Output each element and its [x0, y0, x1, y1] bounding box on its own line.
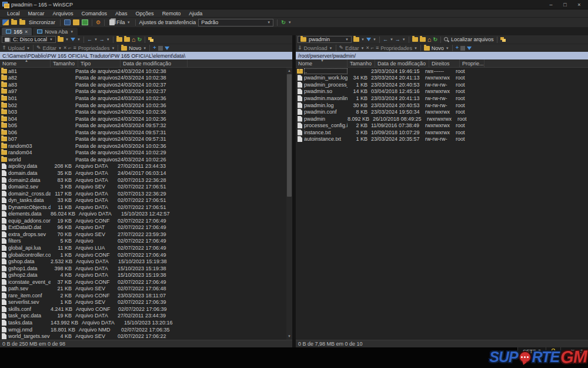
- preferences-gear-icon[interactable]: ⚙: [96, 20, 101, 25]
- home-directory-icon[interactable]: ⌂: [132, 37, 136, 43]
- menu-item[interactable]: Opções: [132, 11, 158, 16]
- file-row[interactable]: serverlist.sev 1 KB Arquivo SEV 02/07/20…: [0, 299, 292, 306]
- file-row[interactable]: processes_config.ini 2 KB 11/09/2016 07:…: [296, 122, 588, 129]
- properties-button[interactable]: Propriedades: [78, 45, 110, 51]
- file-row[interactable]: random04 Pasta de arquivos 24/03/2024 10…: [0, 150, 292, 157]
- menu-item[interactable]: Arquivos: [49, 11, 77, 16]
- file-row[interactable]: filters 5 KB Arquivo 02/07/2022 17:06:49: [0, 238, 292, 245]
- rename-icon[interactable]: ⌐: [68, 45, 71, 51]
- file-row[interactable]: world_targets.sev 4 KB Arquivo SEV 02/07…: [0, 333, 292, 340]
- open-in-explorer-icon[interactable]: [148, 37, 154, 42]
- find-files-button[interactable]: Localizar arquivos: [451, 37, 494, 42]
- file-row[interactable]: task_npc.data 19 KB Arquivo DATA 27/02/2…: [0, 313, 292, 320]
- local-path-bar[interactable]: C:\Games\PDablio\PW 165 OFICIAL Tradutor…: [0, 52, 292, 59]
- filter2-icon[interactable]: [165, 47, 169, 50]
- tab-165[interactable]: 165 ×: [2, 28, 32, 35]
- file-row[interactable]: DynamicObjects.data 11 KB Arquivo DATA 0…: [0, 204, 292, 211]
- file-row[interactable]: path.sev 21 KB Arquivo SEV 02/07/2022 17…: [0, 286, 292, 293]
- back-icon[interactable]: ←: [383, 37, 388, 42]
- file-row[interactable]: aipolicy.data 208 KB Arquivo DATA 27/02/…: [0, 163, 292, 170]
- file-row[interactable]: pwadmin_work.log 34 KB 23/03/2024 20:41:…: [296, 75, 588, 82]
- column-header-name[interactable]: Nome: [0, 59, 51, 67]
- upload-button[interactable]: Upload: [8, 45, 25, 51]
- add-icon[interactable]: +: [153, 45, 156, 51]
- file-row[interactable]: b01 Pasta de arquivos 24/03/2024 10:02:3…: [0, 95, 292, 102]
- back-icon[interactable]: ←: [87, 37, 92, 42]
- root-directory-icon[interactable]: [420, 37, 426, 42]
- file-row[interactable]: pwadmin 8.092 KB 26/10/2018 08:49:25 rwx…: [296, 115, 588, 122]
- menu-item[interactable]: Abas: [112, 11, 131, 16]
- file-row[interactable]: a83 Pasta de arquivos 24/03/2024 10:02:3…: [0, 81, 292, 88]
- file-row[interactable]: a81 Pasta de arquivos 24/03/2024 10:02:3…: [0, 68, 292, 75]
- local-drive-dropdown[interactable]: C: Disco Local ▼: [2, 36, 56, 43]
- remove-icon[interactable]: [460, 46, 465, 51]
- properties-button[interactable]: Propriedades: [380, 45, 412, 51]
- open-in-explorer-icon[interactable]: [500, 37, 506, 42]
- file-row[interactable]: gshop.data 2.532 KB Arquivo DATA 15/10/2…: [0, 258, 292, 265]
- local-vertical-scrollbar[interactable]: ▲ ▼: [286, 68, 292, 340]
- console-icon[interactable]: [64, 19, 71, 25]
- open-directory-icon[interactable]: [353, 37, 359, 42]
- file-row[interactable]: random03 Pasta de arquivos 24/03/2024 10…: [0, 142, 292, 150]
- file-row[interactable]: pwadmin.maxonline 1 KB 23/03/2024 20:41:…: [296, 95, 588, 102]
- parent-directory-icon[interactable]: [412, 37, 418, 42]
- column-header-rights[interactable]: Direitos: [429, 59, 460, 67]
- home-directory-icon[interactable]: ⌂: [427, 37, 432, 43]
- filter-icon[interactable]: [366, 38, 371, 41]
- file-row[interactable]: domain2.data 83 KB Arquivo DATA 02/07/20…: [0, 177, 292, 184]
- remote-path-bar[interactable]: /root/pwserver/pwadmin/: [296, 52, 588, 59]
- file-row[interactable]: domain.data 35 KB Arquivo DATA 24/04/201…: [0, 170, 292, 177]
- close-button[interactable]: ×: [573, 2, 586, 8]
- maximize-button[interactable]: □: [559, 2, 572, 8]
- file-row[interactable]: domain2.sev 3 KB Arquivo SEV 02/07/2022 …: [0, 183, 292, 190]
- file-row[interactable]: rare_item.conf 2 KB Arquivo CONF 23/03/2…: [0, 292, 292, 299]
- file-row[interactable]: b04 Pasta de arquivos 24/03/2024 10:02:3…: [0, 115, 292, 122]
- file-row[interactable]: domain2_cross.data 117 KB Arquivo DATA 0…: [0, 190, 292, 197]
- new-session-icon[interactable]: [2, 19, 9, 25]
- file-row[interactable]: b05 Pasta de arquivos 24/03/2024 09:57:3…: [0, 122, 292, 129]
- new-button[interactable]: Novo: [129, 45, 141, 51]
- scroll-up-icon[interactable]: ▲: [286, 68, 292, 74]
- column-header-owner[interactable]: Proprie...: [460, 59, 485, 67]
- rename-icon[interactable]: ⌐: [371, 45, 374, 51]
- parent-directory-icon[interactable]: [116, 37, 122, 42]
- file-row[interactable]: pwadmin.so 14 KB 03/04/2018 12:45:16 rwx…: [296, 88, 588, 95]
- refresh-icon[interactable]: ↻: [137, 37, 142, 42]
- column-header-type[interactable]: Tipo: [78, 59, 121, 67]
- file-row[interactable]: elements.data 86.024 KB Arquivo DATA 15/…: [0, 210, 292, 217]
- file-row[interactable]: tasks.data 143.992 KB Arquivo DATA 15/10…: [0, 319, 292, 326]
- forward-icon[interactable]: →: [99, 37, 105, 42]
- column-header-size[interactable]: Tamanho: [348, 59, 375, 67]
- filter-icon[interactable]: [71, 38, 75, 41]
- menu-item[interactable]: Local: [4, 11, 24, 16]
- menu-item[interactable]: Marcar: [25, 11, 48, 16]
- filter2-icon[interactable]: [467, 47, 472, 50]
- file-row[interactable]: .. 23/03/2024 19:46:15 rwx------ root: [296, 68, 588, 75]
- file-row[interactable]: extra_drops.sev 70 KB Arquivo SEV 27/07/…: [0, 231, 292, 238]
- queue-button[interactable]: Fila ▼: [108, 19, 131, 25]
- scrollbar-thumb[interactable]: [287, 74, 292, 197]
- file-row[interactable]: instance.txt 3 KB 10/09/2018 10:07:29 rw…: [296, 129, 588, 136]
- open-directory-icon[interactable]: [58, 37, 64, 42]
- scroll-down-icon[interactable]: ▼: [286, 333, 292, 340]
- column-header-size[interactable]: Tamanho: [51, 59, 78, 67]
- file-row[interactable]: world Pasta de arquivos 24/03/2024 10:02…: [0, 156, 292, 163]
- file-row[interactable]: b02 Pasta de arquivos 24/03/2024 10:02:3…: [0, 102, 292, 109]
- file-row[interactable]: iconstate_event_equi... 37 KB Arquivo CO…: [0, 279, 292, 286]
- file-row[interactable]: gshop2.data 4 KB Arquivo DATA 15/10/2023…: [0, 271, 292, 279]
- file-row[interactable]: pwadmin.conf 8 KB 23/03/2024 19:50:34 rw…: [296, 108, 588, 115]
- file-row[interactable]: dyn_tasks.data 33 KB Arquivo DATA 02/07/…: [0, 197, 292, 204]
- column-header-date[interactable]: Data de modificação: [375, 59, 429, 67]
- sync-folder-icon[interactable]: [11, 20, 17, 25]
- root-directory-icon[interactable]: [124, 37, 130, 42]
- forward-icon[interactable]: →: [395, 37, 400, 42]
- command-icon[interactable]: [73, 19, 79, 25]
- remove-icon[interactable]: [158, 46, 163, 51]
- edit-button[interactable]: Editar: [345, 45, 359, 51]
- file-row[interactable]: wmgj.nmd 18.801 KB Arquivo NMD 02/07/202…: [0, 326, 292, 333]
- file-row[interactable]: b06 Pasta de arquivos 24/03/2024 09:57:3…: [0, 129, 292, 136]
- column-header-name[interactable]: Nome: [296, 59, 348, 67]
- file-row[interactable]: autoinstance.txt 1 KB 23/03/2024 20:35:5…: [296, 135, 588, 142]
- menu-item[interactable]: Remoto: [159, 11, 185, 16]
- transfer-mode-icon[interactable]: ↻: [281, 20, 286, 25]
